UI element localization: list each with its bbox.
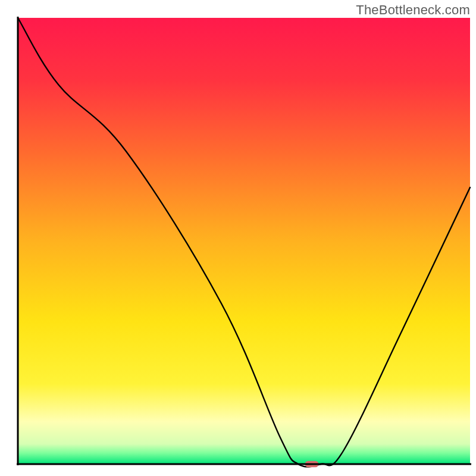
plot-area (17, 17, 471, 467)
chart-svg (0, 0, 476, 476)
chart-container: TheBottleneck.com (0, 0, 476, 476)
watermark-text: TheBottleneck.com (356, 2, 470, 18)
gradient-background (18, 18, 470, 464)
